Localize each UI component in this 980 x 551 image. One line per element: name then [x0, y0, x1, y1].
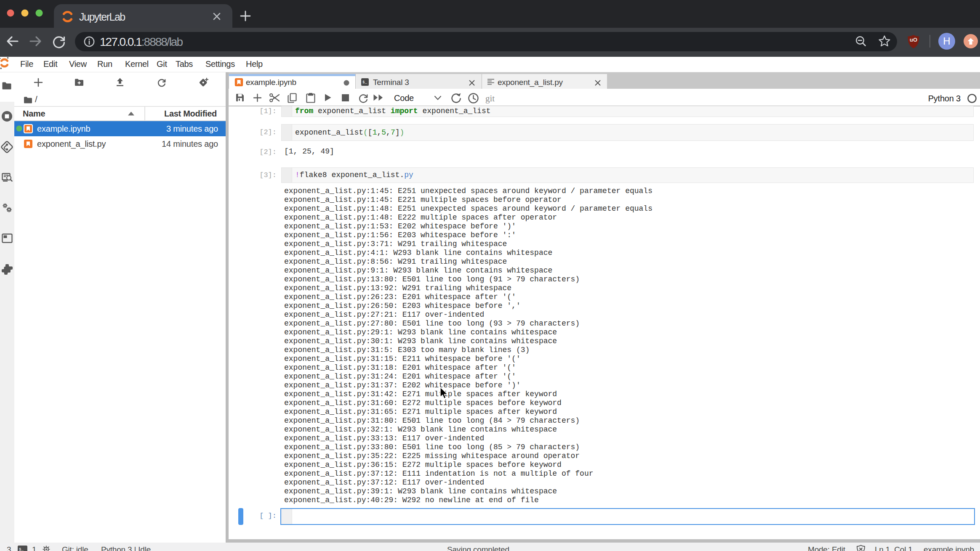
svg-text:$_: $_ — [19, 548, 24, 551]
svg-text:uO: uO — [910, 37, 917, 43]
svg-text:$_: $_ — [362, 80, 367, 85]
